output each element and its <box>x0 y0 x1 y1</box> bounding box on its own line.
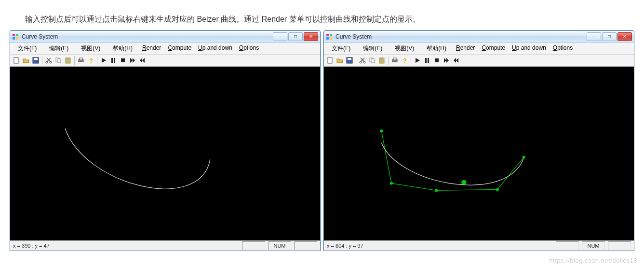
svg-rect-18 <box>121 58 125 62</box>
svg-rect-38 <box>435 58 439 62</box>
svg-rect-30 <box>371 59 375 63</box>
svg-rect-26 <box>348 58 351 60</box>
svg-rect-10 <box>57 59 61 63</box>
menu-compute[interactable]: Compute <box>479 44 508 53</box>
menu-help[interactable]: 帮助(H) <box>421 44 452 53</box>
copy-icon[interactable] <box>368 56 376 65</box>
close-button[interactable]: ✕ <box>617 32 632 41</box>
svg-rect-20 <box>326 34 329 36</box>
rewind-icon[interactable] <box>452 56 460 65</box>
about-icon[interactable]: ? <box>400 56 409 65</box>
windows-row: Curve System – □ ✕ 文件(F) 编辑(E) 视图(V) 帮助(… <box>10 30 634 251</box>
svg-rect-19 <box>10 67 320 240</box>
paste-icon[interactable] <box>64 56 72 65</box>
stop-icon[interactable] <box>432 56 441 65</box>
menu-file[interactable]: 文件(F) <box>12 44 42 53</box>
svg-rect-16 <box>111 58 113 63</box>
fast-forward-icon[interactable] <box>442 56 451 65</box>
svg-rect-23 <box>330 37 332 40</box>
maximize-button[interactable]: □ <box>288 32 303 41</box>
save-icon[interactable] <box>31 56 40 65</box>
minimize-button[interactable]: – <box>587 32 601 41</box>
open-icon[interactable] <box>22 56 30 65</box>
rewind-icon[interactable] <box>138 56 147 65</box>
menu-view[interactable]: 视图(V) <box>389 44 420 53</box>
canvas-right[interactable] <box>324 67 634 240</box>
menu-view[interactable]: 视图(V) <box>75 44 106 53</box>
svg-rect-22 <box>326 37 329 40</box>
control-point[interactable] <box>435 189 438 192</box>
app-window-left: Curve System – □ ✕ 文件(F) 编辑(E) 视图(V) 帮助(… <box>10 30 321 251</box>
menu-file[interactable]: 文件(F) <box>326 44 356 53</box>
menu-compute[interactable]: Compute <box>165 44 194 53</box>
app-icon <box>326 33 333 40</box>
toolbar-separator <box>97 56 97 65</box>
menu-updown[interactable]: Up and down <box>195 44 235 53</box>
new-icon[interactable] <box>326 56 335 65</box>
control-point[interactable] <box>523 155 525 158</box>
status-bar: x = 604 : y = 97 NUM <box>324 240 634 251</box>
pause-icon[interactable] <box>109 56 118 65</box>
maximize-button[interactable]: □ <box>602 32 617 41</box>
control-point[interactable] <box>390 182 393 184</box>
stop-icon[interactable] <box>119 56 127 65</box>
control-point[interactable] <box>461 180 466 185</box>
svg-rect-37 <box>428 58 429 63</box>
svg-rect-14 <box>80 58 82 60</box>
titlebar: Curve System – □ ✕ <box>10 31 320 43</box>
app-window-right: Curve System – □ ✕ 文件(F) 编辑(E) 视图(V) 帮助(… <box>323 30 634 251</box>
menu-bar: 文件(F) 编辑(E) 视图(V) 帮助(H) Render Compute U… <box>10 43 320 55</box>
toolbar-separator <box>388 56 389 65</box>
app-icon <box>12 33 19 40</box>
print-icon[interactable] <box>390 56 399 65</box>
status-blank2 <box>294 241 317 250</box>
control-point[interactable] <box>380 129 383 132</box>
copy-icon[interactable] <box>54 56 63 65</box>
menu-edit[interactable]: 编辑(E) <box>43 44 74 53</box>
svg-rect-17 <box>114 58 115 63</box>
titlebar: Curve System – □ ✕ <box>324 31 634 43</box>
window-title: Curve System <box>22 33 58 40</box>
about-icon[interactable]: ? <box>86 56 95 65</box>
window-controls: – □ ✕ <box>273 32 318 41</box>
status-coords: x = 390 : y = 47 <box>13 243 50 249</box>
status-num: NUM <box>268 241 291 250</box>
minimize-button[interactable]: – <box>273 32 287 41</box>
toolbar-separator <box>411 56 411 65</box>
svg-rect-12 <box>67 57 69 59</box>
menu-help[interactable]: 帮助(H) <box>107 44 138 53</box>
control-point[interactable] <box>496 188 499 191</box>
svg-rect-36 <box>425 58 427 63</box>
window-controls: – □ ✕ <box>587 32 632 41</box>
menu-updown[interactable]: Up and down <box>509 44 549 53</box>
svg-rect-21 <box>330 34 332 36</box>
new-icon[interactable] <box>12 56 21 65</box>
menu-edit[interactable]: 编辑(E) <box>357 44 388 53</box>
save-icon[interactable] <box>345 56 354 65</box>
pause-icon[interactable] <box>423 56 431 65</box>
status-bar: x = 390 : y = 47 NUM <box>10 240 320 251</box>
svg-text:?: ? <box>403 57 407 64</box>
menu-render[interactable]: Render <box>453 44 478 53</box>
menu-render[interactable]: Render <box>139 44 164 53</box>
paste-icon[interactable] <box>377 56 386 65</box>
menu-options[interactable]: Options <box>236 44 262 53</box>
play-icon[interactable] <box>413 56 422 65</box>
fast-forward-icon[interactable] <box>128 56 137 65</box>
intro-paragraph: 输入控制点后可以通过点击鼠标右键来生成对应的 Beizer 曲线。通过 Rend… <box>10 13 634 27</box>
canvas-left[interactable] <box>10 67 320 240</box>
menu-options[interactable]: Options <box>550 44 576 53</box>
cut-icon[interactable] <box>44 56 53 65</box>
svg-rect-0 <box>13 34 15 36</box>
cut-icon[interactable] <box>358 56 367 65</box>
open-icon[interactable] <box>335 56 344 65</box>
svg-text:?: ? <box>89 57 93 64</box>
toolbar-separator <box>356 56 356 65</box>
svg-rect-1 <box>16 34 18 36</box>
close-button[interactable]: ✕ <box>304 32 318 41</box>
play-icon[interactable] <box>99 56 108 65</box>
svg-rect-39 <box>324 67 634 240</box>
menu-bar: 文件(F) 编辑(E) 视图(V) 帮助(H) Render Compute U… <box>324 43 634 55</box>
status-coords: x = 604 : y = 97 <box>327 243 363 249</box>
print-icon[interactable] <box>77 56 85 65</box>
